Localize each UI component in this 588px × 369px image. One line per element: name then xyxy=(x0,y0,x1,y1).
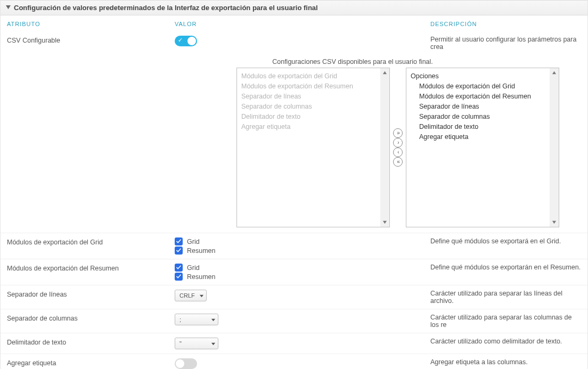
list-item[interactable]: Delimitador de texto xyxy=(241,112,385,122)
list-group[interactable]: Opciones xyxy=(411,71,554,81)
list-item[interactable]: Módulos de exportación del Resumen xyxy=(411,92,554,102)
svg-marker-2 xyxy=(383,221,387,224)
attr-add-label: Agregar etiqueta xyxy=(7,358,175,367)
desc-csv-configurable: Permitir al usuario configurar los parám… xyxy=(430,36,581,51)
check-icon: ✓ xyxy=(178,37,183,44)
toggle-csv-configurable[interactable]: ✓ xyxy=(175,36,197,46)
attr-column-separator: Separador de columnas xyxy=(7,314,175,322)
row-summary-modules: Módulos de exportación del Resumen Grid … xyxy=(1,259,587,285)
svg-marker-6 xyxy=(211,318,215,321)
list-item[interactable]: Módulos de exportación del Resumen xyxy=(241,81,385,92)
collapse-icon xyxy=(6,5,11,10)
chevron-down-icon xyxy=(211,341,216,346)
select-value: CRLF xyxy=(179,292,195,299)
selected-listbox[interactable]: Opciones Módulos de exportación del Grid… xyxy=(406,68,559,227)
svg-marker-0 xyxy=(6,5,11,9)
select-text-delimiter[interactable]: " xyxy=(175,338,218,349)
svg-marker-3 xyxy=(552,71,556,74)
list-item[interactable]: Módulos de exportación del Grid xyxy=(411,81,554,92)
select-line-separator[interactable]: CRLF xyxy=(175,290,207,301)
attr-csv-configurable: CSV Configurable xyxy=(7,36,175,44)
col-header-value: VALOR xyxy=(175,21,430,27)
scrollbar[interactable] xyxy=(380,68,389,227)
col-header-attribute: ATRIBUTO xyxy=(7,21,175,27)
desc-line-separator: Carácter utilizado para separar las líne… xyxy=(430,290,581,305)
list-item[interactable]: Agregar etiqueta xyxy=(411,132,554,142)
column-headers: ATRIBUTO VALOR DESCRIPCIÓN xyxy=(1,15,587,31)
config-panel: Configuración de valores predeterminados… xyxy=(0,0,588,369)
scrollbar[interactable] xyxy=(550,68,559,227)
desc-add-label: Agregar etiqueta a las columnas. xyxy=(430,358,581,366)
attr-summary-modules: Módulos de exportación del Resumen xyxy=(7,264,175,272)
list-item[interactable]: Separador de columnas xyxy=(411,112,554,122)
picker-caption: Configuraciones CSV disponibles para el … xyxy=(118,55,587,68)
desc-column-separator: Carácter utilizado para separar las colu… xyxy=(430,314,581,329)
list-item[interactable]: Separador de líneas xyxy=(411,102,554,112)
svg-marker-4 xyxy=(552,221,556,224)
checkbox-summary-resumen[interactable] xyxy=(175,273,183,281)
checkbox-grid-resumen[interactable] xyxy=(175,247,183,255)
checkbox-summary-grid[interactable] xyxy=(175,264,183,272)
list-item[interactable]: Delimitador de texto xyxy=(411,122,554,132)
select-column-separator[interactable]: ; xyxy=(175,314,218,325)
move-all-left-button[interactable]: « xyxy=(393,157,403,167)
section-header[interactable]: Configuración de valores predeterminados… xyxy=(1,0,587,15)
desc-summary-modules: Define qué módulos se exportarán en el R… xyxy=(430,264,581,271)
svg-marker-5 xyxy=(200,294,203,297)
list-item[interactable]: Agregar etiqueta xyxy=(241,122,385,132)
row-csv-configurable: CSV Configurable ✓ Permitir al usuario c… xyxy=(1,31,587,55)
scroll-down-icon[interactable] xyxy=(380,218,389,227)
section-title: Configuración de valores predeterminados… xyxy=(14,4,318,12)
col-header-description: DESCRIPCIÓN xyxy=(430,21,581,27)
attr-text-delimiter: Delimitador de texto xyxy=(7,338,175,346)
checkbox-label: Grid xyxy=(187,238,200,245)
list-item[interactable]: Separador de líneas xyxy=(241,92,385,102)
row-column-separator: Separador de columnas ; Carácter utiliza… xyxy=(1,309,587,333)
dual-list-picker: Módulos de exportación del Grid Módulos … xyxy=(236,68,587,233)
toggle-knob xyxy=(187,37,196,45)
desc-grid-modules: Define qué módulos se exportará en el Gr… xyxy=(430,237,581,245)
toggle-add-label[interactable] xyxy=(175,358,197,369)
checkbox-label: Resumen xyxy=(187,247,216,255)
scroll-up-icon[interactable] xyxy=(380,68,389,77)
row-grid-modules: Módulos de exportación del Grid Grid Res… xyxy=(1,233,587,259)
chevron-down-icon xyxy=(211,317,216,322)
transfer-buttons: » › ‹ « xyxy=(392,68,404,227)
checkbox-grid-grid[interactable] xyxy=(175,237,183,245)
row-text-delimiter: Delimitador de texto " Carácter utilizad… xyxy=(1,333,587,354)
list-item[interactable]: Módulos de exportación del Grid xyxy=(241,71,385,81)
svg-marker-7 xyxy=(211,342,215,345)
row-line-separator: Separador de líneas CRLF Carácter utiliz… xyxy=(1,285,587,309)
scroll-up-icon[interactable] xyxy=(550,68,559,77)
checkbox-label: Grid xyxy=(187,264,200,272)
scroll-down-icon[interactable] xyxy=(550,218,559,227)
select-value: " xyxy=(179,340,182,347)
row-add-label: Agregar etiqueta Agregar etiqueta a las … xyxy=(1,354,587,369)
svg-marker-1 xyxy=(383,71,387,74)
toggle-knob xyxy=(176,359,184,368)
checkbox-label: Resumen xyxy=(187,273,216,281)
attr-line-separator: Separador de líneas xyxy=(7,290,175,298)
select-value: ; xyxy=(179,316,181,323)
list-item[interactable]: Separador de columnas xyxy=(241,102,385,112)
available-listbox[interactable]: Módulos de exportación del Grid Módulos … xyxy=(236,68,390,227)
move-right-button[interactable]: › xyxy=(393,138,403,147)
desc-text-delimiter: Carácter utilizado como delimitador de t… xyxy=(430,338,581,345)
move-all-right-button[interactable]: » xyxy=(393,128,403,138)
move-left-button[interactable]: ‹ xyxy=(393,147,403,157)
attr-grid-modules: Módulos de exportación del Grid xyxy=(7,237,175,246)
chevron-down-icon xyxy=(199,293,204,298)
